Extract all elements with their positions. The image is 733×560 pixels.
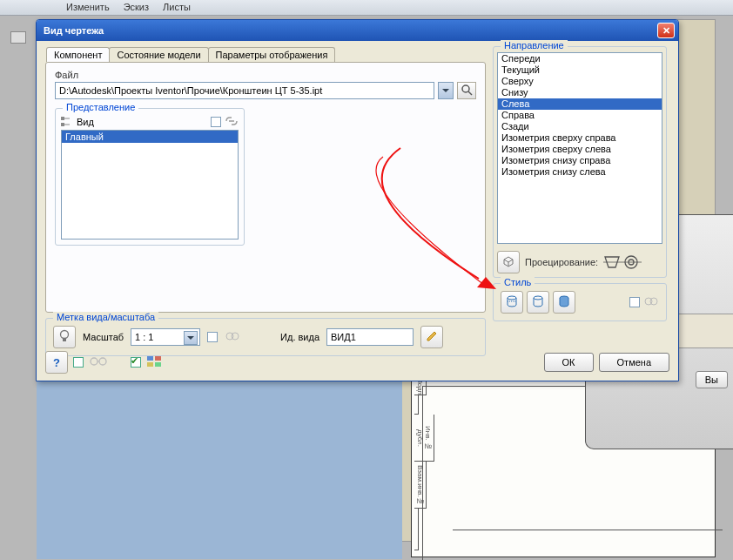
svg-rect-23 [155, 356, 161, 361]
close-button[interactable]: ✕ [657, 23, 675, 38]
svg-rect-25 [155, 362, 161, 367]
direction-item-bottom[interactable]: Снизу [498, 87, 662, 98]
svg-point-15 [534, 296, 542, 300]
scale-combo[interactable]: 1 : 1 [131, 328, 200, 346]
direction-item-iso-tl[interactable]: Изометрия сверху слева [498, 144, 662, 155]
direction-fieldset: Направление Спереди Текущий Сверху Снизу… [493, 46, 667, 278]
direction-legend: Направление [501, 40, 568, 51]
toolbar-stub [10, 31, 26, 44]
glasses-icon [89, 356, 108, 368]
svg-rect-3 [61, 123, 64, 126]
chevron-down-icon [442, 89, 449, 96]
projection-first-angle-icon[interactable] [603, 253, 642, 271]
option-checkbox-1[interactable] [73, 357, 84, 368]
rotate-view-button[interactable] [497, 251, 520, 273]
file-path-input[interactable] [55, 82, 434, 99]
truncated-button[interactable]: Вы [696, 371, 728, 388]
svg-rect-7 [63, 339, 66, 341]
menu-bar: Изменить Эскиз Листы [0, 0, 733, 16]
file-label: Файл [55, 70, 476, 80]
representation-item[interactable]: Главный [62, 131, 238, 143]
scale-link-checkbox[interactable] [207, 332, 218, 342]
direction-item-current[interactable]: Текущий [498, 64, 662, 76]
cylinder-wire-icon [531, 294, 545, 310]
tree-icon [61, 117, 73, 127]
svg-rect-2 [61, 117, 64, 120]
scale-legend: Метка вида/масштаба [53, 312, 158, 322]
help-icon: ? [53, 356, 60, 369]
representation-list[interactable]: Главный [61, 130, 239, 240]
dialog-title: Вид чертежа [44, 25, 657, 36]
cancel-button[interactable]: Отмена [599, 353, 669, 372]
svg-point-9 [232, 333, 239, 340]
projection-label: Проецирование: [525, 257, 598, 267]
direction-item-right[interactable]: Справа [498, 110, 662, 121]
menu-item-edit[interactable]: Изменить [61, 1, 115, 13]
close-icon: ✕ [662, 25, 670, 37]
direction-list[interactable]: Спереди Текущий Сверху Снизу Слева Справ… [497, 52, 662, 244]
style-link-icon [643, 295, 659, 309]
file-browse-button[interactable] [457, 82, 476, 99]
view-id-label: Ид. вида [280, 332, 319, 342]
menu-item-sketch[interactable]: Эскиз [118, 1, 154, 13]
dialog-titlebar[interactable]: Вид чертежа ✕ [37, 20, 678, 41]
view-id-input[interactable] [326, 328, 414, 346]
direction-item-left[interactable]: Слева [498, 98, 662, 110]
style-legend: Стиль [501, 277, 535, 287]
direction-item-iso-tr[interactable]: Изометрия сверху справа [498, 132, 662, 144]
link-icon [225, 116, 239, 128]
direction-item-iso-br[interactable]: Изометрия снизу справа [498, 155, 662, 166]
option-checkbox-2[interactable] [131, 357, 141, 368]
tab-display-options[interactable]: Параметры отображения [208, 47, 336, 62]
view-header-label: Вид [77, 117, 94, 127]
tab-component[interactable]: Компонент [46, 47, 110, 62]
pencil-icon [425, 329, 439, 345]
associative-checkbox[interactable] [211, 117, 221, 127]
ok-button[interactable]: ОК [544, 353, 594, 372]
svg-rect-24 [147, 362, 153, 367]
representation-legend: Представление [63, 102, 138, 112]
svg-rect-22 [147, 356, 153, 361]
direction-item-top[interactable]: Сверху [498, 76, 662, 87]
drawing-view-dialog: Вид чертежа ✕ Компонент Состояние модели… [36, 19, 679, 381]
lightbulb-icon [58, 329, 71, 345]
titleblock-line [453, 530, 723, 530]
direction-item-front[interactable]: Спереди [498, 53, 662, 64]
help-button[interactable]: ? [45, 351, 68, 374]
svg-line-1 [468, 91, 472, 95]
tab-model-state[interactable]: Состояние модели [109, 47, 208, 62]
style-link-checkbox[interactable] [629, 297, 640, 307]
edit-view-label-button[interactable] [420, 326, 443, 348]
style-hidden-off-button[interactable] [527, 291, 549, 314]
direction-item-iso-bl[interactable]: Изометрия снизу слева [498, 166, 662, 178]
scale-label: Масштаб [83, 332, 124, 342]
cube-rotate-icon [501, 254, 515, 270]
tabs-container: Компонент Состояние модели Параметры ото… [45, 62, 486, 313]
scale-link-icon [225, 329, 240, 345]
cylinder-shaded-icon [557, 294, 571, 310]
svg-point-0 [462, 85, 469, 92]
grid-preview-icon [146, 355, 162, 369]
svg-point-6 [61, 331, 69, 339]
search-icon [461, 84, 473, 98]
svg-point-13 [508, 296, 516, 300]
style-hidden-on-button[interactable] [501, 291, 523, 314]
style-shaded-button[interactable] [553, 291, 575, 314]
svg-point-18 [650, 298, 657, 305]
titleblock-sidestamp: Подп Инв. № дубл. Взам.инв.№ [414, 376, 456, 555]
cylinder-hidden-icon [505, 294, 519, 310]
menu-item-sheets[interactable]: Листы [158, 1, 196, 13]
style-fieldset: Стиль [493, 283, 667, 321]
file-dropdown-button[interactable] [438, 82, 454, 99]
svg-point-20 [99, 358, 106, 365]
toggle-label-visibility-button[interactable] [53, 326, 76, 348]
svg-point-19 [91, 358, 98, 365]
direction-item-back[interactable]: Сзади [498, 121, 662, 132]
